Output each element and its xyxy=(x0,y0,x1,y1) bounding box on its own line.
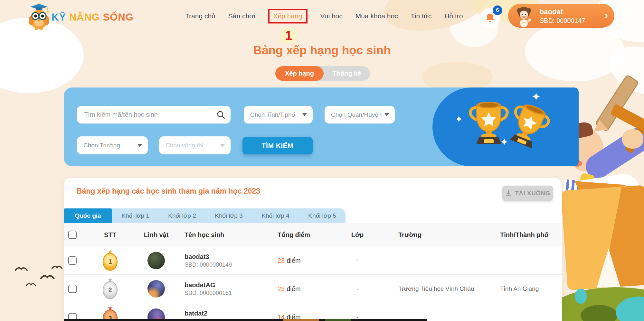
user-sbd: SBD: 00000147 xyxy=(540,17,585,24)
nav-item-xep-hang[interactable]: Xếp hạng xyxy=(273,12,302,20)
province-value: Tỉnh An Giang xyxy=(500,285,539,292)
user-name: baodat xyxy=(540,8,563,16)
search-input[interactable] xyxy=(77,106,231,124)
score-value: 23 xyxy=(278,285,285,292)
silver-medal-icon: 2 xyxy=(103,281,118,299)
search-icon[interactable] xyxy=(216,110,225,119)
bird-silhouette xyxy=(15,266,28,271)
ranking-heading: Bảng xếp hạng các học sinh tham gia năm … xyxy=(77,187,260,196)
tab-khoi-lop-2[interactable]: Khối lớp 2 xyxy=(159,208,205,223)
chevron-right-icon: › xyxy=(604,9,608,21)
row-checkbox[interactable] xyxy=(68,285,77,293)
row-checkbox[interactable] xyxy=(68,256,77,265)
bottom-edge-strip xyxy=(64,319,427,321)
main-navigation: Trang chủ Sân chơi Xếp hạng Vui học Mua … xyxy=(185,0,464,32)
caret-down-icon xyxy=(302,113,307,116)
student-search-field xyxy=(77,106,231,124)
select-all-checkbox[interactable] xyxy=(68,231,77,239)
grade-tabs: Quốc gia Khối lớp 1 Khối lớp 2 Khối lớp … xyxy=(64,208,346,223)
score-unit: điểm xyxy=(287,257,300,264)
nav-item-tin-tuc[interactable]: Tin tức xyxy=(411,12,432,20)
tab-khoi-lop-4[interactable]: Khối lớp 4 xyxy=(252,208,299,223)
search-submit-button[interactable]: TÌM KIẾM xyxy=(242,137,313,154)
bottom-edge-strip-segment xyxy=(283,319,319,321)
user-avatar xyxy=(513,6,535,27)
tutorial-highlight-box: Xếp hạng xyxy=(268,9,308,23)
score-unit: điểm xyxy=(287,285,300,292)
round-dropdown[interactable]: Chọn vòng thi xyxy=(159,136,231,154)
student-sbd: SBD: 0000000151 xyxy=(185,289,232,296)
tab-quoc-gia[interactable]: Quốc gia xyxy=(64,208,112,223)
mascot-avatar xyxy=(147,252,165,269)
score-value: 23 xyxy=(278,257,285,264)
nav-item-trang-chu[interactable]: Trang chủ xyxy=(185,12,215,20)
user-profile-button[interactable]: baodat SBD: 00000147 › xyxy=(508,4,614,28)
gold-medal-icon: 1 xyxy=(103,253,118,271)
province-dropdown-label: Chọn Tỉnh/T.phố xyxy=(250,111,295,118)
rank-number: 1 xyxy=(108,258,112,265)
grade-value: - xyxy=(338,257,377,264)
column-header-score: Tổng điểm xyxy=(278,231,310,238)
toggle-thong-ke[interactable]: Thống kê xyxy=(324,66,370,81)
brand-part-1: KỸ xyxy=(52,12,66,23)
grade-value: - xyxy=(338,285,377,292)
school-dropdown[interactable]: Chọn Trường xyxy=(77,136,148,154)
table-row: 1 baodat3 SBD: 0000000149 23điểm - xyxy=(64,246,562,275)
sparkle-icon xyxy=(532,93,540,100)
table-row: 2 baodatAG SBD: 0000000151 23điểm - Trườ… xyxy=(64,275,562,303)
student-sbd: SBD: 0000000149 xyxy=(185,261,232,268)
bird-silhouette xyxy=(40,274,55,280)
download-label: TẢI XUỐNG xyxy=(515,190,550,197)
province-dropdown[interactable]: Chọn Tỉnh/T.phố xyxy=(244,106,313,124)
notification-badge: 6 xyxy=(493,5,502,15)
view-toggle: Xếp hạng Thống kê xyxy=(275,66,370,81)
student-name: baodatAG xyxy=(185,281,232,289)
site-logo[interactable]: KỸ NĂNG SỐNG xyxy=(28,3,163,31)
illustration-teal-pond-small xyxy=(575,289,587,304)
page-title: Bảng xếp hạng học sinh xyxy=(225,44,419,57)
nav-item-ho-tro[interactable]: Hỗ trợ xyxy=(444,12,463,20)
column-header-grade: Lớp xyxy=(338,231,377,238)
school-dropdown-label: Chọn Trường xyxy=(83,142,120,149)
download-icon xyxy=(505,190,512,197)
mascot-avatar xyxy=(147,280,165,298)
download-button[interactable]: TẢI XUỐNG xyxy=(502,186,553,201)
owl-logo-icon xyxy=(28,3,50,30)
brand-part-3: SỐNG xyxy=(103,12,134,23)
tab-khoi-lop-3[interactable]: Khối lớp 3 xyxy=(205,208,252,223)
caret-down-icon xyxy=(384,113,389,116)
nav-item-mua-khoa-hoc[interactable]: Mua khóa học xyxy=(355,12,398,20)
column-header-stt: STT xyxy=(97,231,123,238)
trophy-banner xyxy=(432,87,579,166)
bird-silhouette xyxy=(52,265,62,270)
caret-down-icon xyxy=(220,144,225,147)
brand-name: KỸ NĂNG SỐNG xyxy=(52,12,134,23)
sparkle-icon xyxy=(501,138,508,145)
illustration-kid-fist xyxy=(622,129,643,149)
bird-silhouette xyxy=(26,282,36,287)
brand-part-2: NĂNG xyxy=(69,12,100,23)
toggle-xep-hang[interactable]: Xếp hạng xyxy=(275,66,324,81)
student-name: baodat3 xyxy=(185,253,232,260)
school-value: Trường Tiểu học Vĩnh Châu xyxy=(398,285,474,292)
notification-bell-button[interactable]: 6 xyxy=(480,8,500,28)
round-dropdown-label: Chọn vòng thi xyxy=(166,142,203,149)
ranking-card: Bảng xếp hạng các học sinh tham gia năm … xyxy=(64,178,562,321)
filter-panel: Chọn Tỉnh/T.phố Chọn Quận/Huyện Chọn Trư… xyxy=(64,87,579,166)
column-header-school: Trường xyxy=(398,231,421,238)
nav-item-vui-hoc[interactable]: Vui học xyxy=(320,12,343,20)
table-row: 3 batdat2 SBD: 0000000148 14điểm - xyxy=(64,303,562,321)
student-name: batdat2 xyxy=(185,309,232,317)
column-header-mascot: Linh vật xyxy=(138,231,174,238)
caret-down-icon xyxy=(137,144,142,147)
table-header: STT Linh vật Tên học sinh Tổng điểm Lớp … xyxy=(64,223,562,246)
district-dropdown[interactable]: Chọn Quận/Huyện xyxy=(325,106,395,124)
district-dropdown-label: Chọn Quận/Huyện xyxy=(331,111,382,118)
tab-khoi-lop-5[interactable]: Khối lớp 5 xyxy=(299,208,346,223)
bell-icon xyxy=(485,13,496,23)
column-header-province: Tỉnh/Thành phố xyxy=(500,231,548,238)
tab-khoi-lop-1[interactable]: Khối lớp 1 xyxy=(112,208,159,223)
bottom-edge-strip-segment xyxy=(325,319,351,321)
rank-number: 2 xyxy=(108,286,112,294)
nav-item-san-choi[interactable]: Sân chơi xyxy=(228,12,255,20)
